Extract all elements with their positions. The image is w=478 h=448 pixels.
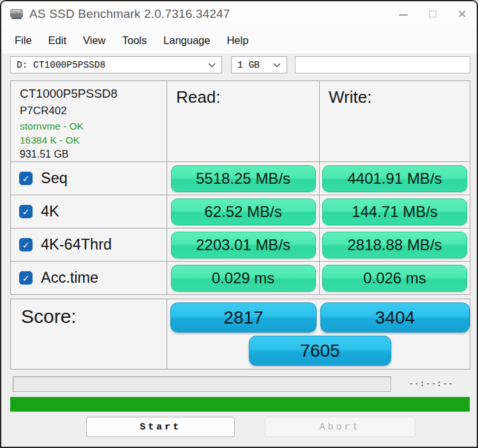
4k64thrd-checkbox[interactable]: ✓ xyxy=(19,238,33,251)
titlebar: AS SSD Benchmark 2.0.7316.34247 — ✕ xyxy=(1,1,477,27)
checkbox-check-icon: ✓ xyxy=(22,207,30,217)
checkbox-check-icon: ✓ xyxy=(22,240,30,250)
seq-write-value: 4401.91 MB/s xyxy=(322,165,467,192)
drive-info-panel: CT1000P5PSSD8 P7CR402 stornvme - OK 1638… xyxy=(11,81,167,161)
results-table: CT1000P5PSSD8 P7CR402 stornvme - OK 1638… xyxy=(10,80,470,295)
read-score-value: 2817 xyxy=(170,302,317,332)
4k-checkbox[interactable]: ✓ xyxy=(19,205,33,218)
chevron-down-icon xyxy=(208,63,216,68)
total-score-value: 7605 xyxy=(249,336,391,366)
acctime-checkbox[interactable]: ✓ xyxy=(19,271,33,285)
driver-status: stornvme - OK xyxy=(20,121,167,132)
seq-checkbox[interactable]: ✓ xyxy=(19,172,33,185)
menu-view[interactable]: View xyxy=(75,31,114,50)
app-window: AS SSD Benchmark 2.0.7316.34247 — ✕ File… xyxy=(0,0,478,448)
window-controls: — ✕ xyxy=(389,1,477,27)
menubar: File Edit View Tools Language Help xyxy=(1,27,477,54)
close-icon: ✕ xyxy=(458,8,467,21)
alignment-status: 16384 K - OK xyxy=(20,135,167,146)
drive-capacity: 931.51 GB xyxy=(20,149,167,160)
seq-read-value: 5518.25 MB/s xyxy=(171,165,316,192)
minimize-icon: — xyxy=(399,9,408,19)
checkbox-check-icon: ✓ xyxy=(22,174,30,184)
minimize-button[interactable]: — xyxy=(389,1,418,27)
acctime-read-value: 0.029 ms xyxy=(171,265,316,292)
row-label: 4K-64Thrd xyxy=(41,236,112,253)
menu-language[interactable]: Language xyxy=(155,31,218,50)
app-hdd-icon xyxy=(10,8,24,20)
score-label: Score: xyxy=(21,306,77,327)
row-label: Acc.time xyxy=(41,269,98,287)
4k-write-value: 144.71 MB/s xyxy=(322,198,467,225)
drive-firmware: P7CR402 xyxy=(20,105,167,117)
maximize-icon xyxy=(429,10,437,18)
menu-help[interactable]: Help xyxy=(218,31,257,50)
info-field xyxy=(295,56,470,73)
write-column-header: Write: xyxy=(320,81,470,161)
test-size-select[interactable]: 1 GB xyxy=(231,56,287,73)
4k-read-cell: 62.52 MB/s xyxy=(167,195,319,228)
4k-write-cell: 144.71 MB/s xyxy=(320,195,470,228)
acctime-write-cell: 0.026 ms xyxy=(320,262,470,294)
maximize-button[interactable] xyxy=(418,1,447,27)
seq-write-cell: 4401.91 MB/s xyxy=(320,162,470,195)
4k-read-value: 62.52 MB/s xyxy=(171,198,316,225)
table-row-4k-label: ✓ 4K xyxy=(11,195,167,228)
4k64thrd-read-value: 2203.01 MB/s xyxy=(171,232,316,258)
table-row-seq-label: ✓ Seq xyxy=(11,162,167,195)
start-button[interactable]: Start xyxy=(86,417,235,437)
row-label: Seq xyxy=(41,170,68,187)
drive-select[interactable]: D: CT1000P5PSSD8 xyxy=(10,56,222,73)
seq-read-cell: 5518.25 MB/s xyxy=(167,162,319,195)
acctime-write-value: 0.026 ms xyxy=(322,265,467,292)
checkbox-check-icon: ✓ xyxy=(22,273,30,283)
drive-model: CT1000P5PSSD8 xyxy=(20,87,167,101)
close-button[interactable]: ✕ xyxy=(447,1,477,27)
score-divider xyxy=(167,299,167,369)
overall-progress-bar xyxy=(10,397,470,412)
4k64thrd-write-value: 2818.88 MB/s xyxy=(322,232,467,258)
menu-file[interactable]: File xyxy=(6,31,40,50)
write-score-value: 3404 xyxy=(320,302,470,332)
4k64thrd-write-cell: 2818.88 MB/s xyxy=(320,228,470,261)
table-row-4k64-label: ✓ 4K-64Thrd xyxy=(11,228,167,261)
score-panel: Score: 2817 3404 7605 xyxy=(10,299,470,370)
window-title: AS SSD Benchmark 2.0.7316.34247 xyxy=(29,7,230,21)
test-size-value: 1 GB xyxy=(237,60,260,70)
menu-tools[interactable]: Tools xyxy=(114,31,156,50)
drive-select-value: D: CT1000P5PSSD8 xyxy=(17,60,105,70)
progress-bar xyxy=(13,377,391,392)
menu-edit[interactable]: Edit xyxy=(40,31,75,50)
elapsed-timer: --:--:-- xyxy=(392,378,470,390)
abort-button: Abort xyxy=(265,417,415,437)
acctime-read-cell: 0.029 ms xyxy=(167,262,319,294)
row-label: 4K xyxy=(41,203,59,220)
4k64thrd-read-cell: 2203.01 MB/s xyxy=(167,228,319,261)
read-column-header: Read: xyxy=(167,81,319,161)
chevron-down-icon xyxy=(273,63,281,68)
table-row-acctime-label: ✓ Acc.time xyxy=(11,262,167,294)
